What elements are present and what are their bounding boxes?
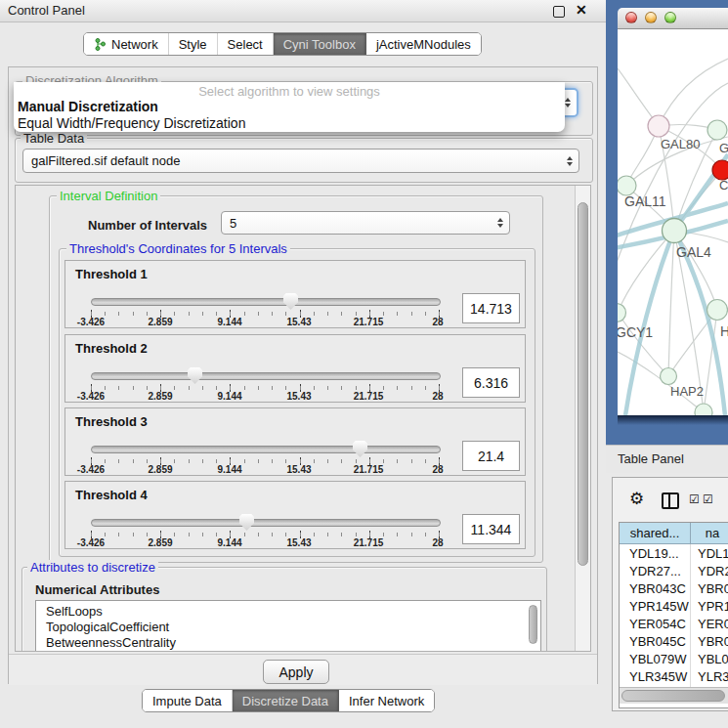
node-green[interactable] [707,120,727,140]
list-item[interactable]: BetweennessCentrality [36,635,540,651]
node-label: GAL11 [624,193,666,209]
interval-definition-title: Interval Definition [57,189,160,203]
node-gal11[interactable] [618,176,636,195]
node-bottom[interactable] [695,404,712,415]
combo-stepper-icon [497,218,503,228]
node-red-selected[interactable] [712,160,728,180]
threshold-value-field[interactable]: 21.4 [462,441,520,471]
table-data-combobox[interactable]: galFiltered.sif default node [22,149,579,173]
network-window-titlebar[interactable] [618,8,728,29]
table-hscrollbar-thumb[interactable] [621,690,725,702]
panel-title: Control Panel [8,3,85,18]
slider-minor-ticks [91,312,440,316]
slider-track[interactable] [91,372,441,380]
table-panel-window: ⚙ ☑ ☑ shared... na YDL19...YDL1 YDR27...… [612,477,728,711]
scale-label: 21.715 [341,537,396,548]
tab-style[interactable]: Style [169,33,218,55]
tab-select[interactable]: Select [218,33,274,55]
gear-icon[interactable]: ⚙ [629,489,644,508]
apply-band: Apply [9,654,597,685]
control-panel-titlebar: Control Panel ✕ [0,0,606,22]
threshold-4-panel: Threshold 4 -3.426 2.859 9.144 15.43 21.… [64,481,526,549]
slider-minor-ticks [91,459,440,463]
network-graph: GAL80 GA C GAL11 GAL4 GCY1 H HAP2 [618,29,728,415]
threshold-value-field[interactable]: 6.316 [462,367,520,398]
node-label: GA [719,141,728,155]
settings-scroll-panel: Interval Definition Number of Intervals … [15,185,591,652]
close-icon[interactable]: ✕ [576,2,587,18]
number-of-intervals-combobox[interactable]: 5 [221,211,510,235]
slider-handle[interactable] [239,514,254,531]
node-gal4[interactable] [663,219,687,243]
node-gcy1[interactable] [618,304,626,322]
node-label: GCY1 [618,324,653,340]
tab-impute-data[interactable]: Impute Data [143,690,233,711]
node-gal80[interactable] [648,115,669,137]
threshold-label: Threshold 1 [75,267,148,281]
apply-button[interactable]: Apply [263,660,329,684]
scale-label: 28 [410,464,465,475]
dropdown-option-manual[interactable]: Manual Discretization [18,99,158,114]
dropdown-option-equal-width[interactable]: Equal Width/Frequency Discretization [18,115,245,131]
scale-label: 15.43 [272,537,326,548]
list-item[interactable]: SelfLoops [36,601,540,620]
numerical-attributes-list: SelfLoops TopologicalCoefficient Between… [35,600,541,652]
list-scrollbar-thumb[interactable] [529,605,537,644]
scale-label: 2.859 [133,317,188,327]
tab-discretize-data[interactable]: Discretize Data [233,690,339,711]
threshold-value-field[interactable]: 14.713 [462,293,520,323]
scale-label: 28 [410,537,465,548]
slider-track[interactable] [91,298,441,306]
cyni-mode-tabs: Impute Data Discretize Data Infer Networ… [142,689,435,712]
node-label: HAP2 [670,384,704,399]
minimize-traffic-light[interactable] [645,12,657,23]
scale-label: 9.144 [202,537,257,548]
threshold-3-panel: Threshold 3 -3.426 2.859 9.144 15.43 21.… [64,407,526,476]
split-columns-icon[interactable] [662,492,679,509]
threshold-1-panel: Threshold 1 -3.426 2.859 9.144 15.43 21.… [64,260,526,328]
table-panel-header: Table Panel [606,445,728,473]
slider-minor-ticks [91,533,440,536]
node-label: H [720,323,728,339]
node-h[interactable] [707,300,728,321]
scale-label: -3.426 [64,464,118,475]
algorithm-dropdown-popup: Select algorithm to view settings Manual… [14,82,565,132]
close-traffic-light[interactable] [625,12,637,23]
panel-scrollbar-track[interactable] [575,186,590,652]
tab-jactivemnodules[interactable]: jActiveMNodules [366,33,481,55]
slider-track[interactable] [91,519,441,527]
node-hap2[interactable] [661,368,677,385]
network-canvas[interactable]: GAL80 GA C GAL11 GAL4 GCY1 H HAP2 [618,29,728,415]
threshold-2-panel: Threshold 2 -3.426 2.859 9.144 15.43 21.… [64,334,526,403]
column-header-name[interactable]: na [691,523,728,544]
node-table: shared... na YDL19...YDL1 YDR27...YDR2 Y… [619,522,728,708]
threshold-value-field[interactable]: 11.344 [462,514,520,544]
list-item[interactable]: TopologicalCoefficient [36,620,540,635]
scale-label: 15.43 [272,464,326,475]
network-window-frame: GAL80 GA C GAL11 GAL4 GCY1 H HAP2 [606,0,728,445]
slider-track[interactable] [91,446,441,453]
slider-handle[interactable] [353,441,367,457]
network-graph-icon [94,38,106,51]
checkbox-checked-icon[interactable]: ☑ [689,492,700,506]
attributes-group-title: Attributes to discretize [27,560,158,575]
scale-label: 9.144 [202,391,257,402]
column-header-shared-name[interactable]: shared... [620,523,691,544]
tab-cyni-toolbox[interactable]: Cyni Toolbox [274,33,366,55]
scale-label: 2.859 [133,391,188,402]
checkbox-checked-icon[interactable]: ☑ [703,492,713,506]
thresholds-group-title: Threshold's Coordinates for 5 Intervals [66,241,290,256]
scale-label: 9.144 [202,317,257,327]
scale-label: 15.43 [272,391,326,402]
float-window-icon[interactable] [553,6,565,18]
cyni-toolbox-panel: Discretization Algorithm Table Data galF… [8,66,598,684]
dropdown-prompt: Select algorithm to view settings [14,84,565,99]
tab-network[interactable]: Network [84,33,169,55]
slider-handle[interactable] [283,293,298,310]
threshold-label: Threshold 4 [75,488,148,502]
tab-infer-network[interactable]: Infer Network [339,690,434,711]
slider-handle[interactable] [188,367,202,384]
table-hscrollbar-track[interactable] [620,687,728,704]
zoom-traffic-light[interactable] [664,12,676,23]
panel-scrollbar-thumb[interactable] [578,202,588,566]
